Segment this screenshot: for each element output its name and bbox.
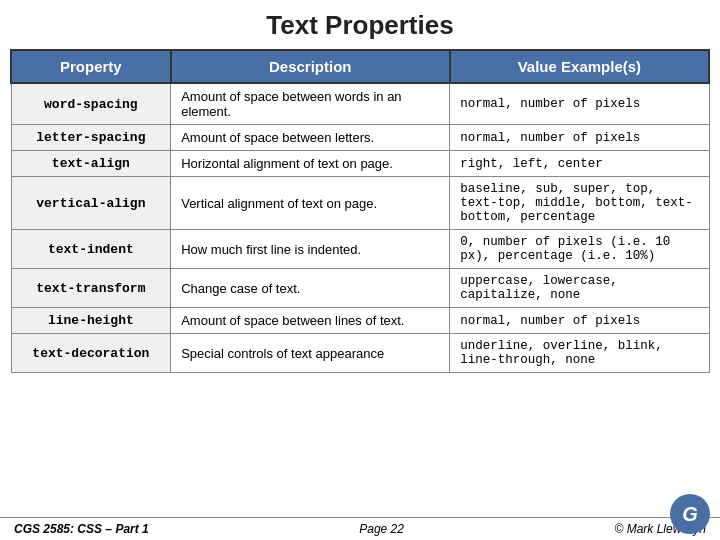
footer-page: Page 22 bbox=[359, 522, 404, 536]
footer-course: CGS 2585: CSS – Part 1 bbox=[14, 522, 149, 536]
table-row: letter-spacingAmount of space between le… bbox=[11, 125, 709, 151]
value-cell: normal, number of pixels bbox=[450, 125, 709, 151]
logo-icon: G bbox=[670, 494, 710, 534]
value-cell: normal, number of pixels bbox=[450, 308, 709, 334]
col-header-value: Value Example(s) bbox=[450, 50, 709, 83]
table-row: vertical-alignVertical alignment of text… bbox=[11, 177, 709, 230]
value-cell: 0, number of pixels (i.e. 10 px), percen… bbox=[450, 230, 709, 269]
col-header-property: Property bbox=[11, 50, 171, 83]
property-cell: word-spacing bbox=[11, 83, 171, 125]
description-cell: Amount of space between words in an elem… bbox=[171, 83, 450, 125]
table-row: text-alignHorizontal alignment of text o… bbox=[11, 151, 709, 177]
property-cell: text-indent bbox=[11, 230, 171, 269]
table-row: text-decorationSpecial controls of text … bbox=[11, 334, 709, 373]
page-title: Text Properties bbox=[0, 0, 720, 49]
property-cell: letter-spacing bbox=[11, 125, 171, 151]
property-cell: vertical-align bbox=[11, 177, 171, 230]
description-cell: Amount of space between letters. bbox=[171, 125, 450, 151]
footer: CGS 2585: CSS – Part 1 Page 22 © Mark Ll… bbox=[0, 517, 720, 540]
description-cell: Horizontal alignment of text on page. bbox=[171, 151, 450, 177]
properties-table: Property Description Value Example(s) wo… bbox=[10, 49, 710, 373]
value-cell: baseline, sub, super, top, text-top, mid… bbox=[450, 177, 709, 230]
table-row: line-heightAmount of space between lines… bbox=[11, 308, 709, 334]
description-cell: Special controls of text appearance bbox=[171, 334, 450, 373]
description-cell: Change case of text. bbox=[171, 269, 450, 308]
table-row: text-indentHow much first line is indent… bbox=[11, 230, 709, 269]
table-row: text-transformChange case of text.upperc… bbox=[11, 269, 709, 308]
value-cell: underline, overline, blink, line-through… bbox=[450, 334, 709, 373]
property-cell: text-align bbox=[11, 151, 171, 177]
property-cell: line-height bbox=[11, 308, 171, 334]
col-header-description: Description bbox=[171, 50, 450, 83]
property-cell: text-decoration bbox=[11, 334, 171, 373]
property-cell: text-transform bbox=[11, 269, 171, 308]
value-cell: uppercase, lowercase, capitalize, none bbox=[450, 269, 709, 308]
table-row: word-spacingAmount of space between word… bbox=[11, 83, 709, 125]
description-cell: Vertical alignment of text on page. bbox=[171, 177, 450, 230]
value-cell: right, left, center bbox=[450, 151, 709, 177]
description-cell: How much first line is indented. bbox=[171, 230, 450, 269]
description-cell: Amount of space between lines of text. bbox=[171, 308, 450, 334]
value-cell: normal, number of pixels bbox=[450, 83, 709, 125]
